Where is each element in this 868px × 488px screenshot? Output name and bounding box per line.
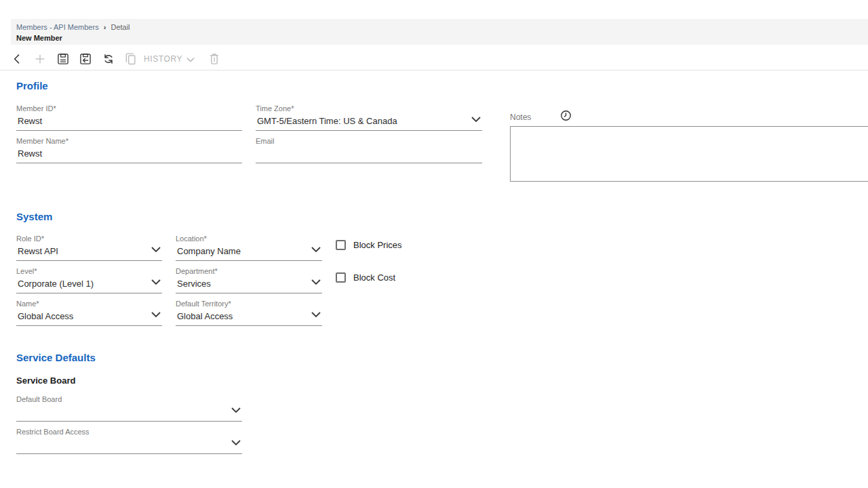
location-value: Company Name [177, 246, 241, 256]
default-territory-select[interactable]: Global Access [176, 308, 322, 326]
breadcrumb-link-members-api-members[interactable]: Members - API Members [16, 23, 99, 31]
field-default-territory: Default Territory* Global Access [176, 300, 322, 326]
save-close-icon [79, 52, 92, 66]
block-prices-checkbox[interactable] [336, 240, 346, 250]
chevron-down-icon [471, 114, 481, 125]
subheading-service-board: Service Board [16, 375, 75, 386]
delete-button[interactable] [205, 50, 223, 68]
copy-button[interactable] [122, 50, 140, 68]
refresh-button[interactable] [100, 50, 117, 68]
breadcrumb-current: Detail [111, 23, 130, 31]
field-member-name: Member Name* Rewst [16, 137, 242, 163]
location-select[interactable]: Company Name [176, 243, 322, 261]
level-label: Level* [16, 267, 162, 276]
chevron-down-icon [151, 244, 161, 255]
add-button[interactable] [31, 50, 49, 68]
section-title-system: System [16, 211, 52, 222]
email-input[interactable] [256, 146, 482, 163]
chevron-down-icon [151, 277, 161, 287]
department-label: Department* [176, 267, 322, 276]
chevron-down-icon [151, 309, 161, 320]
member-detail-page: Members - API Members › Detail New Membe… [0, 0, 868, 488]
breadcrumb-separator-icon: › [104, 23, 106, 31]
block-cost-checkbox[interactable] [336, 272, 346, 283]
refresh-icon [102, 52, 115, 66]
notes-header: Notes [510, 109, 572, 125]
field-role-id: Role ID* Rewst API [16, 235, 162, 261]
default-territory-label: Default Territory* [176, 300, 322, 308]
role-id-label: Role ID* [16, 235, 162, 243]
page-title: New Member [16, 34, 863, 42]
section-title-profile: Profile [16, 80, 48, 92]
member-name-label: Member Name* [16, 137, 242, 146]
department-value: Services [177, 279, 211, 289]
name-select[interactable]: Global Access [16, 308, 162, 326]
save-button[interactable] [54, 50, 72, 68]
restrict-board-access-select[interactable] [16, 436, 242, 454]
trash-icon [208, 52, 221, 66]
field-default-board: Default Board [16, 395, 242, 422]
notes-textarea[interactable] [510, 126, 868, 182]
block-cost-checkbox-row[interactable]: Block Cost [336, 272, 395, 283]
section-title-service-defaults: Service Defaults [16, 352, 96, 363]
default-board-label: Default Board [16, 395, 242, 404]
field-name: Name* Global Access [16, 300, 162, 326]
name-value: Global Access [18, 311, 73, 321]
role-id-value: Rewst API [18, 246, 58, 256]
member-id-label: Member ID* [16, 104, 242, 113]
breadcrumb-bar: Members - API Members › Detail New Membe… [11, 19, 868, 45]
history-label: HISTORY [144, 54, 182, 64]
field-email: Email [256, 137, 482, 163]
time-zone-label: Time Zone* [256, 104, 482, 113]
level-select[interactable]: Corporate (Level 1) [16, 276, 162, 293]
member-id-input[interactable]: Rewst [16, 113, 242, 131]
field-level: Level* Corporate (Level 1) [16, 267, 162, 293]
history-dropdown-button[interactable]: HISTORY [144, 50, 195, 68]
save-and-close-button[interactable] [77, 50, 94, 68]
block-cost-label: Block Cost [353, 272, 395, 283]
location-label: Location* [176, 235, 322, 243]
block-prices-label: Block Prices [353, 240, 402, 250]
field-location: Location* Company Name [176, 235, 322, 261]
chevron-down-icon [186, 54, 195, 64]
field-member-id: Member ID* Rewst [16, 104, 242, 131]
time-zone-select[interactable]: GMT-5/Eastern Time: US & Canada [256, 113, 482, 131]
role-id-select[interactable]: Rewst API [16, 243, 162, 261]
member-id-value: Rewst [18, 116, 42, 126]
level-value: Corporate (Level 1) [18, 279, 94, 289]
field-restrict-board-access: Restrict Board Access [16, 428, 242, 454]
time-zone-value: GMT-5/Eastern Time: US & Canada [257, 116, 397, 126]
member-name-input[interactable]: Rewst [16, 146, 242, 163]
block-prices-checkbox-row[interactable]: Block Prices [336, 240, 402, 250]
plus-icon [33, 52, 47, 66]
chevron-left-icon [10, 52, 24, 66]
member-name-value: Rewst [18, 148, 42, 159]
toolbar: HISTORY [0, 50, 868, 69]
chevron-down-icon [311, 277, 321, 287]
field-department: Department* Services [176, 267, 322, 293]
chevron-down-icon [231, 405, 241, 415]
field-time-zone: Time Zone* GMT-5/Eastern Time: US & Cana… [256, 104, 482, 131]
save-icon [56, 52, 70, 66]
clock-icon[interactable] [559, 109, 572, 125]
breadcrumb: Members - API Members › Detail [16, 22, 863, 32]
chevron-down-icon [311, 309, 321, 320]
chevron-down-icon [311, 244, 321, 255]
chevron-down-icon [231, 437, 241, 448]
name-label: Name* [16, 300, 162, 308]
email-label: Email [256, 137, 482, 146]
department-select[interactable]: Services [176, 276, 322, 293]
default-board-select[interactable] [16, 404, 242, 422]
default-territory-value: Global Access [177, 311, 233, 321]
notes-label: Notes [510, 113, 531, 122]
restrict-board-access-label: Restrict Board Access [16, 428, 242, 436]
copy-icon [124, 52, 138, 66]
toolbar-divider [0, 70, 868, 70]
back-button[interactable] [8, 50, 26, 68]
